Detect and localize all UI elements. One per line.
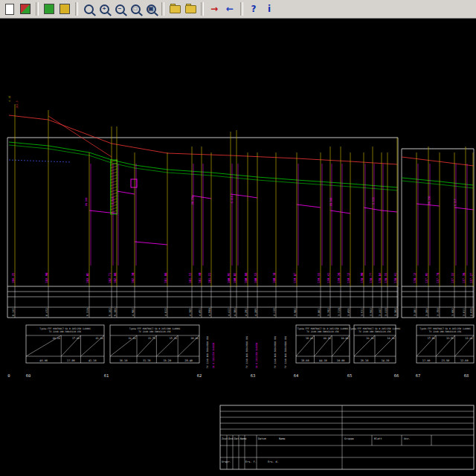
open-project-button[interactable] (18, 1, 33, 16)
zoom-out-button[interactable]: − (112, 1, 127, 16)
length-value: 28.40 (184, 359, 193, 362)
toolbar-separator (240, 2, 243, 16)
table-subheader: TV 2240-100-50043110-156 (306, 330, 339, 333)
profile-polyline (402, 181, 474, 188)
elevation-label: 161.52 (188, 272, 192, 283)
axis-number: 0 (7, 373, 10, 378)
length-value: 41.10 (89, 359, 97, 362)
band-frame-group (7, 138, 474, 318)
move-to-folder-icon (185, 5, 196, 13)
length-value: 18.60 (301, 359, 309, 362)
zoom-pan-button[interactable] (81, 1, 96, 16)
move-to-folder-button[interactable] (183, 1, 198, 16)
profile-drawing-svg: 164.256.147163.906.472163.055.318162.715… (0, 19, 476, 476)
zoom-in-button[interactable]: + (97, 1, 112, 16)
annotation: DN 250 (428, 196, 431, 205)
annotation: Sk 0 285/250 1+0001 (212, 342, 215, 368)
export-button[interactable]: → (207, 1, 222, 16)
elevation-label: 157.95 (425, 272, 428, 283)
annotation: DN 300 (85, 197, 88, 206)
station-label: 6.472 (45, 308, 48, 316)
station-label: 2.975 (470, 308, 473, 316)
elevation-label: 163.05 (86, 272, 89, 283)
elevation-label: 163.90 (45, 272, 48, 283)
slope-value: 12.60 (466, 337, 473, 340)
import-button[interactable]: ← (222, 1, 237, 16)
info-icon: i (268, 4, 271, 13)
elevation-label: 161.40 (198, 272, 202, 283)
title-block-label: Name (279, 437, 285, 440)
table-subheader: TV 2240-100-50043110-156 (429, 330, 462, 333)
elevation-label: 159.12 (347, 272, 350, 283)
elevation-label: 161.88 (164, 272, 167, 283)
info-button[interactable]: i (262, 1, 277, 16)
station-grid-group: 164.256.147163.906.472163.055.318162.715… (11, 104, 474, 318)
station-label: 3.362 (394, 308, 397, 316)
station-label: 3.502 (370, 308, 373, 316)
slope-value: 10.00 (341, 337, 349, 340)
length-value: 23.50 (442, 359, 450, 362)
length-value: 15.20 (164, 359, 172, 362)
profile-polyline (117, 191, 135, 194)
slope-value: 36.10 (129, 337, 136, 340)
title-block-label: Name (240, 437, 246, 440)
zoom-in-icon: + (100, 4, 109, 14)
elevation-label: 159.87 (293, 272, 297, 283)
station-label: 4.987 (132, 308, 135, 316)
toolbar-separator (201, 2, 204, 16)
elevation-label: 157.55 (451, 272, 454, 283)
slope-value: 15.20 (170, 337, 177, 340)
title-block-label: Urspr. (222, 460, 231, 463)
profile-polyline (297, 205, 321, 208)
table-header: Typ4a FFF HVKF04C7 Sk 0 285/250 1+0001 (298, 327, 349, 330)
annotation: 162.3 (16, 100, 19, 109)
zoom-pan-icon (84, 4, 94, 14)
zoom-window-button[interactable]: □ (128, 1, 143, 16)
annotation: Sk 0 245/200 1+0001 (255, 342, 258, 368)
axis-number: 63 (251, 373, 256, 378)
annotation: TV 2240-100-50043110-156 (284, 335, 287, 368)
elevation-label: 161.21 (208, 272, 211, 283)
axis-number: 60 (26, 373, 31, 378)
help-button[interactable]: ? (246, 1, 261, 16)
pen-settings-button[interactable] (57, 1, 72, 16)
toolbar-separator (161, 2, 164, 16)
elevation-label: 158.41 (393, 272, 397, 283)
length-value: 44.10 (319, 359, 327, 362)
axis-number: 64 (294, 373, 299, 378)
profile-polyline (231, 194, 257, 198)
length-value: 12.60 (460, 359, 469, 362)
station-label: 3.861 (318, 308, 321, 316)
title-block-label: Ers. d. (268, 460, 279, 463)
annotation: DN 300 (329, 197, 332, 206)
drawing-canvas[interactable]: 164.256.147163.906.472163.055.318162.715… (0, 19, 476, 476)
zoom-extents-button[interactable]: ▣ (144, 1, 158, 16)
station-label: 3.281 (414, 308, 416, 316)
annotation: TV 2240-100-50043110-156 (245, 335, 248, 368)
table-subheader: TV 2240-100-50043110-156 (49, 330, 82, 333)
table-subheader: TV 2240-100-50043110-156 (138, 330, 171, 333)
slope-value: 41.10 (96, 337, 103, 340)
table-header: Typ4a FFF HVKF04C7 Sk 0 245/200 1+0001 (129, 327, 181, 330)
slope-value: 44.10 (53, 337, 60, 340)
new-drawing-button[interactable] (2, 1, 17, 16)
elevation-label: 160.52 (254, 272, 257, 283)
length-value: 46.90 (39, 359, 48, 362)
station-label: 6.147 (12, 308, 15, 316)
elevation-label: 159.55 (317, 272, 321, 283)
profile-polyline (330, 210, 350, 213)
elevation-label: 159.41 (327, 272, 330, 283)
station-label: 5.318 (86, 308, 89, 316)
station-label: 3.082 (451, 308, 454, 316)
elevation-label: 164.25 (11, 272, 15, 283)
length-value: 17.00 (67, 359, 75, 362)
toolbar-separator (36, 2, 39, 16)
layer-control-button[interactable] (42, 1, 57, 16)
station-label: 4.651 (199, 308, 202, 316)
new-drawing-icon (5, 4, 14, 15)
elevation-label: 157.27 (469, 272, 473, 283)
slope-value: 31.70 (148, 337, 155, 340)
copy-to-folder-button[interactable] (167, 1, 182, 16)
table-header: Typ4a FFF HVKF04C7 Sk 0 285/250 1+0001 (350, 327, 401, 330)
elevation-label: 158.90 (360, 272, 364, 283)
